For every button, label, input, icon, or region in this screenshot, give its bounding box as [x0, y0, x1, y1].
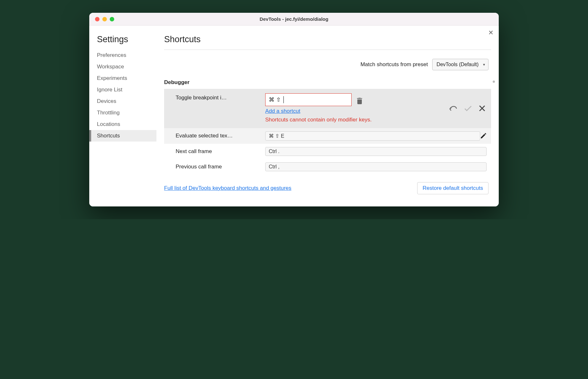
settings-body: Settings Preferences Workspace Experimen…: [89, 26, 499, 206]
shortcut-value-area: Ctrl ,: [265, 162, 487, 171]
footer: Full list of DevTools keyboard shortcuts…: [164, 174, 491, 199]
cancel-button[interactable]: [479, 105, 485, 112]
undo-button[interactable]: [449, 105, 457, 112]
titlebar: DevTools - jec.fyi/demo/dialog: [89, 13, 499, 26]
shortcut-value-area: ⌘ ⇧ E: [265, 131, 480, 141]
debugger-section: Debugger Toggle breakpoint i… ⌘ ⇧: [164, 79, 491, 174]
section-header-debugger: Debugger: [164, 79, 491, 89]
undo-icon: [449, 105, 457, 112]
sidebar-item-ignore-list[interactable]: Ignore List: [89, 84, 156, 96]
text-caret: [283, 96, 284, 103]
full-list-link[interactable]: Full list of DevTools keyboard shortcuts…: [164, 185, 291, 191]
minimize-window-button[interactable]: [102, 17, 107, 21]
sidebar-title: Settings: [89, 35, 156, 50]
shortcut-row-toggle-breakpoint: Toggle breakpoint i… ⌘ ⇧ Add a shortcut: [164, 89, 491, 128]
pencil-icon: [480, 133, 487, 139]
main-panel: ✕ Shortcuts Match shortcuts from preset …: [156, 26, 499, 206]
shortcut-value-area: Ctrl .: [265, 147, 487, 156]
scrollbar-thumb[interactable]: [493, 81, 495, 83]
shortcut-kbd: Ctrl ,: [265, 162, 487, 171]
preset-label: Match shortcuts from preset: [361, 61, 428, 68]
editing-actions: [449, 105, 487, 112]
shortcut-input-keys: ⌘ ⇧: [269, 96, 281, 103]
close-window-button[interactable]: [95, 17, 99, 21]
preset-row: Match shortcuts from preset DevTools (De…: [164, 50, 491, 79]
shortcut-row-previous-call-frame: Previous call frame Ctrl ,: [164, 159, 491, 174]
sidebar: Settings Preferences Workspace Experimen…: [89, 26, 156, 206]
shortcut-input[interactable]: ⌘ ⇧: [265, 93, 352, 106]
shortcut-row-evaluate-selected: Evaluate selected tex… ⌘ ⇧ E: [164, 128, 491, 144]
shortcut-label: Previous call frame: [176, 162, 265, 170]
shortcut-kbd: ⌘ ⇧ E: [265, 131, 480, 141]
shortcut-label: Toggle breakpoint i…: [176, 93, 265, 101]
sidebar-item-workspace[interactable]: Workspace: [89, 61, 156, 73]
sidebar-item-devices[interactable]: Devices: [89, 96, 156, 107]
preset-selected-value: DevTools (Default): [436, 62, 479, 67]
traffic-lights: [89, 17, 114, 21]
shortcut-value-area: ⌘ ⇧ Add a shortcut Shortcuts cannot cont…: [265, 93, 449, 124]
sidebar-item-locations[interactable]: Locations: [89, 119, 156, 130]
sidebar-item-throttling[interactable]: Throttling: [89, 107, 156, 119]
delete-shortcut-button[interactable]: [357, 95, 362, 104]
confirm-button[interactable]: [464, 105, 472, 112]
shortcut-label: Next call frame: [176, 147, 265, 155]
restore-defaults-button[interactable]: Restore default shortcuts: [417, 182, 489, 194]
sidebar-item-shortcuts[interactable]: Shortcuts: [89, 130, 156, 142]
shortcut-input-line: ⌘ ⇧: [265, 93, 449, 106]
trash-icon: [357, 98, 362, 104]
close-settings-button[interactable]: ✕: [488, 29, 494, 36]
shortcut-kbd: Ctrl .: [265, 147, 487, 156]
devtools-window: DevTools - jec.fyi/demo/dialog Settings …: [89, 13, 499, 206]
shortcut-label: Evaluate selected tex…: [176, 131, 265, 139]
add-shortcut-link[interactable]: Add a shortcut: [265, 108, 300, 114]
close-icon: [479, 105, 485, 112]
sidebar-item-preferences[interactable]: Preferences: [89, 50, 156, 61]
maximize-window-button[interactable]: [110, 17, 114, 21]
shortcut-row-next-call-frame: Next call frame Ctrl .: [164, 144, 491, 159]
window-title: DevTools - jec.fyi/demo/dialog: [89, 16, 499, 22]
shortcut-error-message: Shortcuts cannot contain only modifier k…: [265, 116, 384, 124]
page-title: Shortcuts: [164, 35, 491, 50]
edit-shortcut-button[interactable]: [480, 131, 487, 139]
sidebar-item-experiments[interactable]: Experiments: [89, 73, 156, 84]
preset-select[interactable]: DevTools (Default): [432, 59, 489, 70]
checkmark-icon: [464, 105, 472, 112]
